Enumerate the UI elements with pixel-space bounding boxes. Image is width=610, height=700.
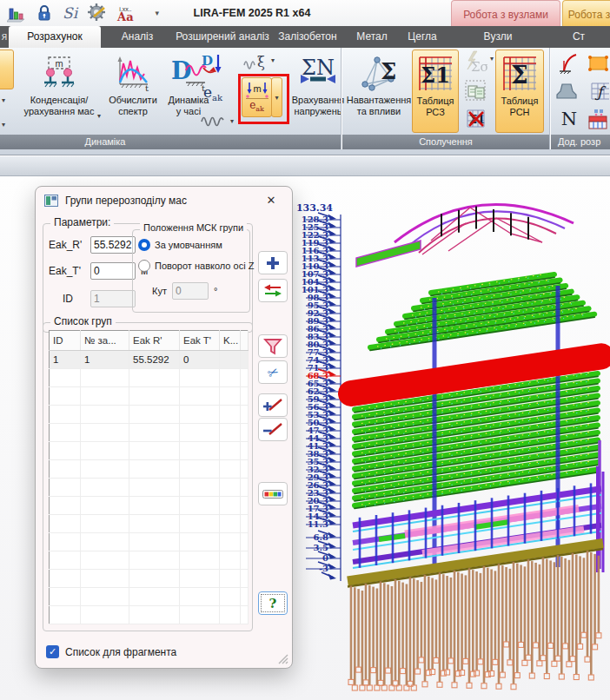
table-cell (220, 406, 241, 424)
table-row[interactable] (50, 570, 249, 588)
fragment-checkbox-row[interactable]: ✓ Список для фрагмента (46, 645, 176, 658)
tab-tsehla[interactable]: Цегла (400, 26, 445, 48)
eak-t-input[interactable] (90, 262, 136, 280)
table-cell (180, 460, 220, 479)
table-row[interactable] (50, 387, 249, 406)
radio-off-icon[interactable] (138, 260, 150, 272)
radio-rotate-label: Поворот навколо осі Z (155, 261, 254, 271)
table-cell (220, 369, 241, 387)
compute-spectrum-button[interactable]: t Обчислити спектр (104, 50, 162, 131)
layered-tables-button[interactable] (462, 77, 488, 103)
col-id[interactable]: ID (50, 331, 81, 351)
table-rsz-button[interactable]: Σ1 Таблиця РСЗ (412, 50, 459, 133)
foundation-button[interactable] (554, 79, 579, 103)
group-table[interactable]: ID № за... Eak R' Eak T' K... 1 1 55.529… (49, 330, 249, 624)
checkbox-checked-icon[interactable]: ✓ (46, 645, 59, 658)
table-row[interactable] (50, 406, 249, 424)
table-row[interactable] (50, 497, 249, 515)
col-eak-t[interactable]: Eak T' (180, 331, 220, 351)
tab-vuzly[interactable]: Вузли (445, 26, 551, 48)
result-table-button[interactable] (586, 107, 610, 131)
tab-rozshyrenyi-analiz[interactable]: Розширений аналіз (174, 26, 271, 48)
partial-ribbon-button[interactable] (0, 50, 14, 89)
color-scale-button[interactable] (258, 482, 288, 505)
id-input (90, 290, 136, 307)
pile-curve-button[interactable] (558, 51, 580, 76)
spring-button[interactable] (198, 110, 228, 133)
remove-line-button[interactable] (258, 418, 288, 441)
table-cell (129, 442, 180, 460)
svg-text:-3: -3 (319, 564, 328, 573)
caret-down-icon[interactable]: ▾ (230, 117, 234, 125)
table-header-row[interactable]: ID № за... Eak R' Eak T' K... (50, 331, 249, 351)
delete-rsz-button[interactable]: Σ1 (462, 105, 488, 131)
model-3d-icon[interactable] (7, 3, 26, 23)
eak-r-input[interactable] (90, 236, 136, 254)
table-row[interactable] (50, 588, 249, 606)
node-plate-button[interactable] (587, 51, 610, 76)
swap-direction-button[interactable] (258, 279, 288, 302)
radio-rotate-option[interactable]: Поворот навколо осі Z (138, 260, 254, 272)
table-cell (81, 460, 129, 479)
add-line-button[interactable] (258, 393, 288, 417)
dialog-titlebar[interactable]: Групи перерозподілу мас ✕ (36, 187, 292, 215)
col-k[interactable]: K... (220, 331, 241, 351)
tab-st[interactable]: Ст (551, 26, 607, 48)
si-tool-icon[interactable]: Si (63, 4, 77, 22)
caret-down-icon[interactable]: ▾ (2, 121, 5, 129)
caret-down-icon[interactable]: ▾ (2, 96, 5, 104)
mass-condensation-button[interactable]: m Конденсація/ урахування мас (16, 50, 103, 131)
context-tab-partial[interactable]: Робота з (562, 0, 610, 26)
radio-default-option[interactable]: За умовчанням (138, 239, 222, 251)
help-button[interactable]: ? (258, 591, 288, 615)
table-rsn-button[interactable]: Σ Таблиця РСН (495, 50, 544, 133)
table-cell (129, 515, 180, 533)
tab-analiz[interactable]: Аналіз (101, 26, 174, 48)
table-row[interactable] (50, 369, 249, 387)
cut-button[interactable]: ✂ (258, 360, 288, 384)
settings-gear-icon[interactable] (87, 3, 108, 23)
resize-grip[interactable] (276, 652, 288, 664)
caret-down-icon[interactable]: ▾ (490, 55, 494, 63)
table-row[interactable] (50, 533, 249, 551)
tab-partial[interactable]: я (0, 26, 9, 48)
table-row[interactable] (50, 460, 249, 479)
node-plate-icon (587, 52, 610, 75)
table-row[interactable]: 1 1 55.5292 0 (50, 351, 249, 369)
table-cell (81, 533, 129, 551)
context-tab-nodes[interactable]: Робота з вузлами (451, 0, 560, 26)
col-eak-r[interactable]: Eak R' (129, 331, 180, 351)
xi-damping-button[interactable]: ξ (243, 50, 269, 74)
quick-access-toolbar: Si i,xx.. Aa ▾ (7, 2, 159, 24)
table-row[interactable] (50, 424, 249, 442)
table-row[interactable] (50, 606, 249, 624)
table-cell (81, 387, 129, 406)
lock-icon[interactable] (36, 3, 53, 23)
add-group-button[interactable] (258, 251, 288, 274)
svg-text:0: 0 (322, 553, 328, 563)
col-num[interactable]: № за... (81, 331, 129, 351)
radio-on-icon[interactable] (138, 239, 150, 251)
caret-down-icon[interactable]: ▾ (271, 56, 275, 64)
table-row[interactable] (50, 551, 249, 570)
button-label-line2: у часі (176, 106, 201, 117)
font-units-icon[interactable]: i,xx.. Aa (117, 5, 134, 21)
d-down-button[interactable]: D (200, 51, 226, 77)
tab-zalizobeton[interactable]: Залізобетон (271, 26, 344, 48)
model-viewport[interactable]: 133.34128.3125.3122.3119.3116.3113.3110.… (292, 180, 610, 700)
table-cell (180, 533, 220, 551)
loads-influences-button[interactable]: Σ Навантаження та впливи (346, 50, 412, 131)
eak-button[interactable]: eak (200, 81, 226, 105)
close-icon[interactable]: ✕ (259, 191, 283, 210)
table-row[interactable] (50, 515, 249, 533)
function-table-button[interactable]: ƒ (589, 79, 610, 103)
table-row[interactable] (50, 442, 249, 460)
tab-metal[interactable]: Метал (344, 26, 400, 48)
tab-rozrakhunok[interactable]: Розрахунок (9, 26, 101, 48)
table-row[interactable] (50, 479, 249, 497)
n-force-button[interactable]: N (558, 107, 580, 131)
caret-down-icon[interactable]: ▾ (97, 112, 101, 120)
filter-button[interactable] (258, 334, 288, 358)
sigma-sigma-button[interactable]: Σσ (462, 50, 488, 76)
group-list-groupbox: Список груп ID № за... Eak R' Eak T' K..… (43, 322, 253, 631)
